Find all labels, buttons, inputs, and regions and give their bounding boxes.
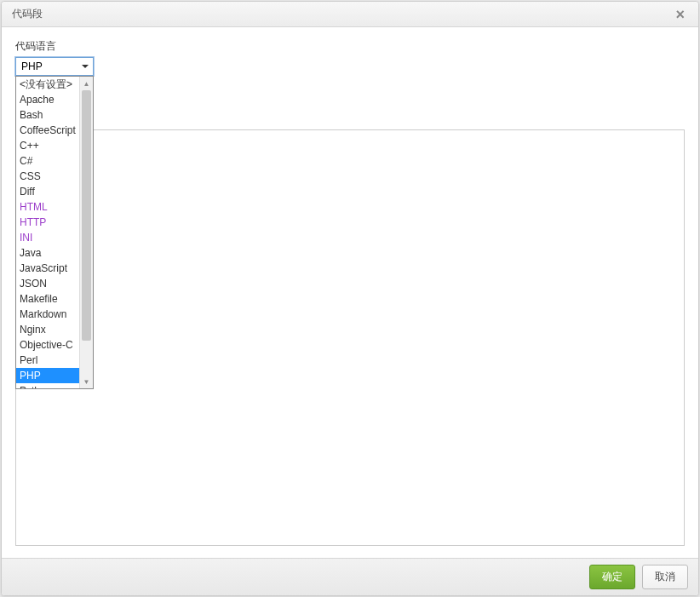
dialog-footer: 确定 取消 xyxy=(2,558,698,595)
dropdown-option[interactable]: <没有设置> xyxy=(16,77,79,92)
dropdown-option[interactable]: JavaScript xyxy=(16,261,79,276)
dropdown-option[interactable]: PHP xyxy=(16,368,79,383)
language-select-wrap: PHP <没有设置>ApacheBashCoffeeScriptC++C#CSS… xyxy=(15,57,94,76)
language-label: 代码语言 xyxy=(15,39,685,54)
dropdown-list: <没有设置>ApacheBashCoffeeScriptC++C#CSSDiff… xyxy=(16,77,79,388)
code-snippet-dialog: 代码段 × 代码语言 PHP <没有设置>ApacheBashCoffeeScr… xyxy=(1,1,699,596)
dropdown-option[interactable]: JSON xyxy=(16,276,79,291)
dropdown-option[interactable]: HTML xyxy=(16,199,79,215)
dropdown-option[interactable]: Diff xyxy=(16,184,79,199)
dropdown-option[interactable]: C# xyxy=(16,153,79,169)
dialog-body: 代码语言 PHP <没有设置>ApacheBashCoffeeScriptC++… xyxy=(2,27,698,558)
cancel-button[interactable]: 取消 xyxy=(642,565,688,589)
scrollbar[interactable]: ▲ ▼ xyxy=(79,77,93,388)
chevron-down-icon xyxy=(79,60,91,72)
dropdown-option[interactable]: Markdown xyxy=(16,307,79,322)
scroll-down-icon[interactable]: ▼ xyxy=(80,375,93,388)
dropdown-option[interactable]: Perl xyxy=(16,353,79,368)
dialog-header: 代码段 × xyxy=(2,2,698,27)
dropdown-option[interactable]: CSS xyxy=(16,169,79,184)
language-dropdown: <没有设置>ApacheBashCoffeeScriptC++C#CSSDiff… xyxy=(15,76,94,389)
language-select[interactable]: PHP xyxy=(15,57,94,76)
dropdown-option[interactable]: CoffeeScript xyxy=(16,123,79,138)
dropdown-option[interactable]: HTTP xyxy=(16,215,79,230)
scroll-thumb[interactable] xyxy=(82,90,91,341)
dropdown-option[interactable]: Makefile xyxy=(16,291,79,307)
dropdown-option[interactable]: Apache xyxy=(16,92,79,107)
dropdown-option[interactable]: Python xyxy=(16,383,79,388)
content-textarea[interactable] xyxy=(15,129,685,546)
scroll-up-icon[interactable]: ▲ xyxy=(80,77,93,90)
dialog-title: 代码段 xyxy=(12,7,43,21)
close-icon[interactable]: × xyxy=(672,7,688,22)
dropdown-option[interactable]: Nginx xyxy=(16,322,79,337)
language-select-value: PHP xyxy=(21,60,43,72)
scroll-track[interactable] xyxy=(80,90,93,375)
dropdown-option[interactable]: Java xyxy=(16,245,79,261)
dropdown-option[interactable]: INI xyxy=(16,230,79,245)
dropdown-option[interactable]: C++ xyxy=(16,138,79,153)
dropdown-option[interactable]: Objective-C xyxy=(16,337,79,353)
dropdown-option[interactable]: Bash xyxy=(16,107,79,123)
ok-button[interactable]: 确定 xyxy=(589,565,635,589)
